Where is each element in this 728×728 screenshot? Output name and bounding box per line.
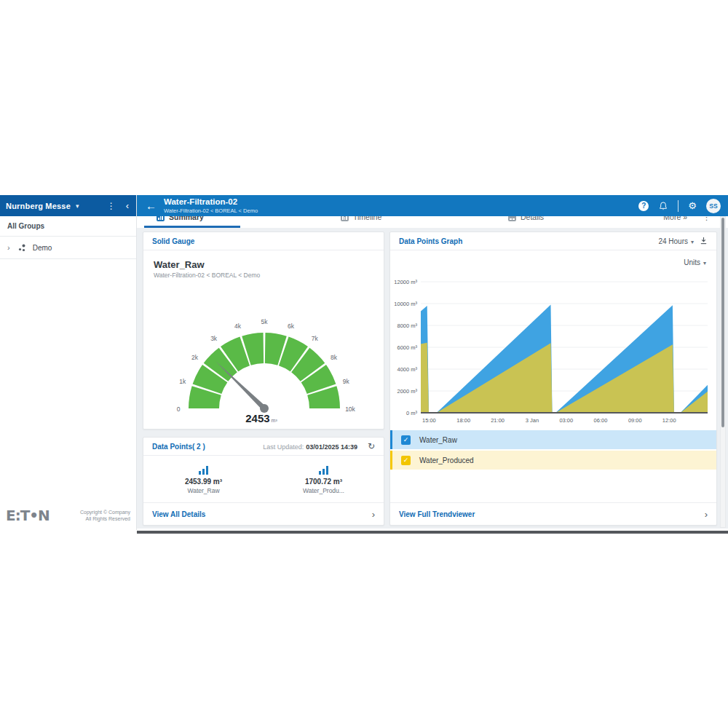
svg-text:10k: 10k — [345, 405, 355, 413]
sidebar-header: Nurnberg Messe ▾ ⋮ ‹ — [0, 195, 136, 216]
svg-text:18:00: 18:00 — [456, 417, 470, 424]
help-icon[interactable]: ? — [638, 201, 649, 211]
chevron-right-icon: › — [372, 509, 375, 520]
svg-text:5k: 5k — [261, 318, 269, 325]
notifications-bell-icon[interactable] — [658, 201, 668, 211]
back-arrow-icon[interactable]: ← — [143, 195, 164, 216]
svg-text:9k: 9k — [343, 378, 350, 385]
svg-text:2453m³: 2453m³ — [245, 412, 277, 424]
vertical-scrollbar-thumb[interactable] — [721, 218, 724, 427]
data-points-card-header: Data Points( 2 ) Last Updated:03/01/2025… — [143, 438, 384, 456]
svg-text:10000 m³: 10000 m³ — [394, 301, 417, 307]
main-area: ← Water-Filtration-02 Water-Filtration-0… — [137, 195, 728, 534]
svg-text:8k: 8k — [331, 354, 338, 361]
svg-text:15:00: 15:00 — [422, 417, 436, 424]
svg-text:3 Jan: 3 Jan — [526, 417, 539, 424]
title-block: Water-Filtration-02 Water-Filtration-02 … — [164, 198, 258, 213]
bar-chart-icon — [199, 465, 208, 475]
legend-row-water-raw[interactable]: ✓ Water_Raw — [390, 430, 716, 449]
svg-text:4k: 4k — [234, 323, 242, 330]
data-points-items: 2453.99 m³ Water_Raw 1700.72 m³ Water_Pr… — [143, 456, 384, 503]
page-title: Water-Filtration-02 — [164, 198, 258, 207]
solid-gauge-card: Solid Gauge Water_Raw Water-Filtration-0… — [143, 232, 384, 430]
settings-gear-icon[interactable]: ⚙ — [688, 201, 697, 210]
org-name[interactable]: Nurnberg Messe — [6, 202, 71, 210]
sidebar-collapse-icon[interactable]: ‹ — [122, 200, 130, 211]
svg-text:3k: 3k — [210, 335, 218, 342]
units-dropdown[interactable]: Units▾ — [684, 258, 706, 266]
user-avatar[interactable]: SS — [706, 199, 721, 213]
bar-chart-icon — [319, 465, 328, 475]
svg-text:2000 m³: 2000 m³ — [397, 388, 417, 395]
data-point-value: 2453.99 m³ — [185, 478, 222, 486]
all-groups-label[interactable]: All Groups — [0, 216, 136, 237]
header-actions: ? ⚙ SS — [638, 199, 721, 213]
svg-text:6k: 6k — [288, 323, 295, 330]
svg-text:8000 m³: 8000 m³ — [397, 323, 417, 329]
svg-text:09:00: 09:00 — [628, 417, 642, 424]
refresh-icon[interactable]: ↻ — [368, 441, 375, 451]
active-tab-underline — [144, 226, 240, 228]
checkbox-checked-icon[interactable]: ✓ — [401, 435, 411, 445]
solid-gauge: 01k2k3k4k5k6k7k8k9k10k2453m³ — [155, 301, 373, 427]
solid-gauge-card-header: Solid Gauge — [143, 232, 384, 250]
view-all-details-row[interactable]: View All Details › — [143, 502, 384, 525]
svg-text:0: 0 — [177, 405, 181, 413]
data-point-item[interactable]: 1700.72 m³ Water_Produ... — [264, 456, 384, 503]
svg-text:12000 m³: 12000 m³ — [394, 279, 417, 285]
data-point-label: Water_Raw — [187, 487, 219, 494]
horizontal-scrollbar[interactable] — [137, 531, 728, 534]
sidebar-item-label: Demo — [33, 244, 52, 252]
data-point-value: 1700.72 m³ — [305, 478, 342, 486]
data-points-graph-card: Data Points Graph 24 Hours▾ Units▾ 0 m³2… — [389, 232, 717, 526]
app-window: Nurnberg Messe ▾ ⋮ ‹ All Groups › Demo E… — [0, 195, 728, 534]
graph-card-header: Data Points Graph 24 Hours▾ — [390, 232, 716, 250]
svg-text:6000 m³: 6000 m³ — [397, 344, 417, 351]
area-chart[interactable]: 0 m³2000 m³4000 m³6000 m³8000 m³10000 m³… — [393, 274, 712, 429]
range-dropdown[interactable]: 24 Hours▾ — [658, 237, 694, 245]
group-dots-icon — [17, 243, 27, 253]
svg-text:4000 m³: 4000 m³ — [397, 366, 417, 373]
last-updated-label: Last Updated: — [263, 443, 304, 451]
sidebar-kebab-menu-icon[interactable]: ⋮ — [101, 201, 122, 211]
view-full-trendviewer-row[interactable]: View Full Trendviewer › — [390, 502, 716, 525]
chart-legend: ✓ Water_Raw ✓ Water_Produced — [390, 430, 716, 471]
download-icon[interactable] — [700, 237, 708, 246]
graph-card-title: Data Points Graph — [399, 237, 462, 245]
org-caret-down-icon[interactable]: ▾ — [76, 202, 79, 210]
last-updated-value: 03/01/2025 14:39 — [306, 443, 357, 451]
svg-text:21:00: 21:00 — [491, 417, 505, 424]
data-points-card-title: Data Points( 2 ) — [152, 443, 205, 451]
sidebar-item-demo[interactable]: › Demo — [0, 237, 136, 259]
legend-label: Water_Raw — [419, 436, 457, 444]
content-area: Solid Gauge Water_Raw Water-Filtration-0… — [137, 228, 728, 529]
data-points-card: Data Points( 2 ) Last Updated:03/01/2025… — [143, 437, 384, 526]
sidebar-footer: E:T•N Copyright © Company All Rights Res… — [0, 502, 136, 529]
svg-text:12:00: 12:00 — [662, 417, 676, 424]
solid-gauge-card-title: Solid Gauge — [152, 237, 194, 245]
copyright-text: Copyright © Company All Rights Reserved — [80, 509, 130, 522]
expand-chevron-icon[interactable]: › — [7, 243, 10, 252]
breadcrumb: Water-Filtration-02 < BOREAL < Demo — [164, 208, 258, 214]
eaton-logo: E:T•N — [6, 507, 50, 524]
svg-text:7k: 7k — [312, 335, 319, 342]
svg-text:03:00: 03:00 — [559, 417, 573, 424]
sidebar: Nurnberg Messe ▾ ⋮ ‹ All Groups › Demo E… — [0, 195, 137, 530]
chevron-right-icon: › — [705, 509, 708, 520]
gauge-title: Water_Raw — [154, 259, 205, 270]
view-full-trendviewer-link[interactable]: View Full Trendviewer — [399, 510, 475, 518]
svg-text:06:00: 06:00 — [594, 417, 608, 424]
vertical-scrollbar[interactable] — [720, 216, 726, 528]
top-header-bar: ← Water-Filtration-02 Water-Filtration-0… — [137, 195, 728, 216]
legend-row-water-produced[interactable]: ✓ Water_Produced — [390, 451, 716, 470]
checkbox-checked-icon[interactable]: ✓ — [401, 456, 411, 465]
svg-text:2k: 2k — [191, 354, 199, 361]
caret-down-icon: ▾ — [703, 260, 706, 266]
legend-label: Water_Produced — [419, 456, 474, 464]
data-point-item[interactable]: 2453.99 m³ Water_Raw — [143, 456, 264, 503]
caret-down-icon: ▾ — [691, 239, 694, 245]
svg-text:0 m³: 0 m³ — [406, 410, 418, 416]
data-point-label: Water_Produ... — [303, 487, 344, 494]
view-all-details-link[interactable]: View All Details — [152, 510, 205, 518]
svg-text:1k: 1k — [179, 378, 186, 385]
